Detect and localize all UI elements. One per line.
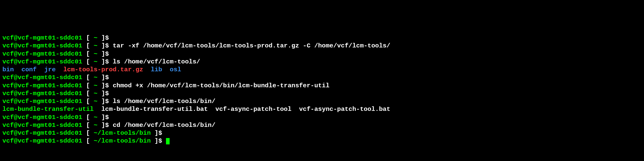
terminal-line: vcf@vcf-mgmt01-sddc01 [ ~ ]$ ls /home/vc… xyxy=(2,58,642,66)
prompt-user-host: vcf@vcf-mgmt01-sddc01 xyxy=(2,34,82,41)
terminal-line: vcf@vcf-mgmt01-sddc01 [ ~ ]$ tar -xf /ho… xyxy=(2,42,642,50)
prompt-cwd: ~ xyxy=(94,114,97,121)
prompt-end: ]$ xyxy=(97,90,109,97)
command-text: chmod +x /home/vcf/lcm-tools/bin/lcm-bun… xyxy=(109,82,330,89)
cursor xyxy=(166,138,170,144)
prompt-user-host: vcf@vcf-mgmt01-sddc01 xyxy=(2,82,82,89)
prompt-bracket: [ xyxy=(82,90,94,97)
prompt-cwd: ~ xyxy=(94,74,97,81)
ls-output: bin conf jre lcm-tools-prod.tar.gz lib o… xyxy=(2,66,642,74)
prompt-bracket: [ xyxy=(82,137,94,144)
prompt-cwd: ~/lcm-tools/bin xyxy=(94,130,151,137)
prompt-bracket: [ xyxy=(82,42,94,49)
prompt-end: ]$ xyxy=(97,42,109,49)
dir-name: osl xyxy=(170,66,181,73)
prompt-user-host: vcf@vcf-mgmt01-sddc01 xyxy=(2,42,82,49)
prompt-cwd: ~ xyxy=(94,122,97,129)
file-name: vcf-async-patch-tool.bat xyxy=(299,106,390,113)
dir-name: lib xyxy=(151,66,162,73)
dir-name: bin xyxy=(2,66,14,73)
prompt-end: ]$ xyxy=(151,137,162,144)
prompt-end: ]$ xyxy=(97,58,109,65)
prompt-bracket: [ xyxy=(82,82,94,89)
prompt-bracket: [ xyxy=(82,34,94,41)
prompt-cwd: ~/lcm-tools/bin xyxy=(94,137,151,144)
prompt-user-host: vcf@vcf-mgmt01-sddc01 xyxy=(2,114,82,121)
file-name: lcm-bundle-transfer-util.bat xyxy=(101,106,208,113)
prompt-bracket: [ xyxy=(82,122,94,129)
prompt-end: ]$ xyxy=(151,130,162,137)
archive-name: lcm-tools-prod.tar.gz xyxy=(63,66,143,73)
prompt-end: ]$ xyxy=(97,50,109,57)
prompt-user-host: vcf@vcf-mgmt01-sddc01 xyxy=(2,137,82,144)
prompt-end: ]$ xyxy=(97,114,109,121)
prompt-bracket: [ xyxy=(82,130,94,137)
command-text: cd /home/vcf/lcm-tools/bin/ xyxy=(109,122,215,129)
prompt-cwd: ~ xyxy=(94,90,97,97)
command-text: ls /home/vcf/lcm-tools/ xyxy=(109,58,200,65)
executable-name: lcm-bundle-transfer-util xyxy=(2,106,94,113)
prompt-cwd: ~ xyxy=(94,50,97,57)
terminal-line: vcf@vcf-mgmt01-sddc01 [ ~/lcm-tools/bin … xyxy=(2,137,642,145)
prompt-end: ]$ xyxy=(97,98,109,105)
prompt-user-host: vcf@vcf-mgmt01-sddc01 xyxy=(2,58,82,65)
prompt-cwd: ~ xyxy=(94,58,97,65)
command-text: ls /home/vcf/lcm-tools/bin/ xyxy=(109,98,215,105)
terminal-line: vcf@vcf-mgmt01-sddc01 [ ~ ]$ xyxy=(2,50,642,58)
file-name: vcf-async-patch-tool xyxy=(215,106,292,113)
prompt-end: ]$ xyxy=(97,82,109,89)
terminal-line: vcf@vcf-mgmt01-sddc01 [ ~ ]$ xyxy=(2,34,642,42)
prompt-user-host: vcf@vcf-mgmt01-sddc01 xyxy=(2,98,82,105)
prompt-user-host: vcf@vcf-mgmt01-sddc01 xyxy=(2,74,82,81)
terminal-line: vcf@vcf-mgmt01-sddc01 [ ~/lcm-tools/bin … xyxy=(2,129,642,137)
terminal-output[interactable]: vcf@vcf-mgmt01-sddc01 [ ~ ]$vcf@vcf-mgmt… xyxy=(2,34,642,145)
prompt-user-host: vcf@vcf-mgmt01-sddc01 xyxy=(2,130,82,137)
prompt-user-host: vcf@vcf-mgmt01-sddc01 xyxy=(2,50,82,57)
prompt-end: ]$ xyxy=(97,74,109,81)
prompt-bracket: [ xyxy=(82,98,94,105)
dir-name: jre xyxy=(44,66,56,73)
prompt-cwd: ~ xyxy=(94,98,97,105)
prompt-end: ]$ xyxy=(97,122,109,129)
command-text: tar -xf /home/vcf/lcm-tools/lcm-tools-pr… xyxy=(109,42,391,49)
terminal-line: vcf@vcf-mgmt01-sddc01 [ ~ ]$ xyxy=(2,90,642,98)
prompt-cwd: ~ xyxy=(94,34,97,41)
prompt-bracket: [ xyxy=(82,114,94,121)
terminal-line: vcf@vcf-mgmt01-sddc01 [ ~ ]$ xyxy=(2,114,642,121)
prompt-bracket: [ xyxy=(82,50,94,57)
terminal-line: vcf@vcf-mgmt01-sddc01 [ ~ ]$ xyxy=(2,74,642,82)
prompt-user-host: vcf@vcf-mgmt01-sddc01 xyxy=(2,122,82,129)
terminal-line: vcf@vcf-mgmt01-sddc01 [ ~ ]$ cd /home/vc… xyxy=(2,121,642,129)
terminal-line: vcf@vcf-mgmt01-sddc01 [ ~ ]$ chmod +x /h… xyxy=(2,82,642,90)
dir-name: conf xyxy=(21,66,37,73)
prompt-bracket: [ xyxy=(82,74,94,81)
ls-output: lcm-bundle-transfer-util lcm-bundle-tran… xyxy=(2,105,642,113)
terminal-line: vcf@vcf-mgmt01-sddc01 [ ~ ]$ ls /home/vc… xyxy=(2,98,642,105)
prompt-end: ]$ xyxy=(97,34,109,41)
prompt-bracket: [ xyxy=(82,58,94,65)
prompt-cwd: ~ xyxy=(94,82,97,89)
prompt-cwd: ~ xyxy=(94,42,97,49)
prompt-user-host: vcf@vcf-mgmt01-sddc01 xyxy=(2,90,82,97)
